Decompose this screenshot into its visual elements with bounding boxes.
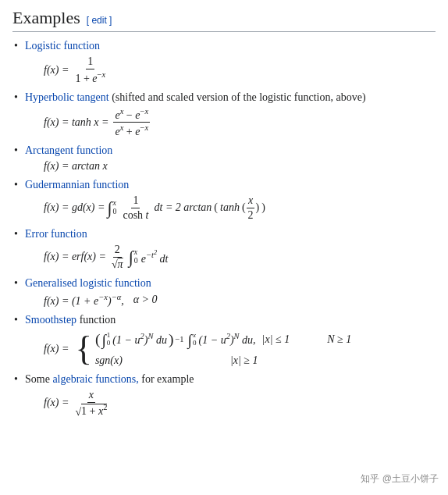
error-link[interactable]: Error function bbox=[25, 228, 87, 240]
func-title: Generalised logistic function bbox=[25, 277, 151, 289]
arctangent-link[interactable]: Arctangent function bbox=[25, 144, 112, 156]
watermark: 知乎 @土豆小饼子 bbox=[361, 472, 439, 486]
gudermannian-formula: f(x) = gd(x) = ∫ x 0 1 cosh t dt = 2 arc… bbox=[44, 194, 436, 222]
logistic-link[interactable]: Logistic function bbox=[25, 40, 100, 52]
smoothstep-link[interactable]: Smoothstep bbox=[25, 314, 76, 326]
page-title: Examples [ edit ] bbox=[12, 8, 436, 32]
func-title: Gudermannian function bbox=[25, 179, 129, 191]
algebraic-formula: f(x) = x √1 + x2 bbox=[44, 389, 436, 418]
gudermannian-link[interactable]: Gudermannian function bbox=[25, 179, 129, 191]
list-item: Logistic function f(x) = 1 1 + e−x bbox=[12, 40, 436, 85]
list-item: Smoothstep function f(x) = { ( ∫ 1 bbox=[12, 314, 436, 367]
list-item: Some algebraic functions, for example f(… bbox=[12, 373, 436, 418]
generalised-link[interactable]: Generalised logistic function bbox=[25, 277, 151, 289]
list-item: Arctangent function f(x) = arctan x bbox=[12, 144, 436, 173]
logistic-formula: f(x) = 1 1 + e−x bbox=[44, 55, 436, 85]
list-item: Gudermannian function f(x) = gd(x) = ∫ x… bbox=[12, 179, 436, 222]
title-text: Examples bbox=[12, 8, 80, 28]
func-title: Arctangent function bbox=[25, 144, 112, 156]
arctangent-formula: f(x) = arctan x bbox=[44, 160, 436, 173]
examples-list: Logistic function f(x) = 1 1 + e−x Hyper… bbox=[12, 40, 436, 418]
func-title: Smoothstep function bbox=[25, 314, 116, 326]
func-title: Some algebraic functions, for example bbox=[25, 373, 194, 385]
hyperbolic-link[interactable]: Hyperbolic tangent bbox=[25, 91, 109, 103]
generalised-formula: f(x) = (1 + e−x)−α, α > 0 bbox=[44, 293, 436, 308]
error-formula: f(x) = erf(x) = 2 √π ∫ x 0 e−t2 dt bbox=[44, 244, 436, 271]
edit-link[interactable]: [ edit ] bbox=[87, 15, 112, 26]
list-item: Generalised logistic function f(x) = (1 … bbox=[12, 277, 436, 308]
list-item: Hyperbolic tangent (shifted and scaled v… bbox=[12, 91, 436, 138]
hyperbolic-formula: f(x) = tanh x = ex − e−x ex + e−x bbox=[44, 107, 436, 138]
func-title: Logistic function bbox=[25, 40, 100, 52]
func-title: Hyperbolic tangent (shifted and scaled v… bbox=[25, 91, 366, 103]
func-title-error: Error function bbox=[25, 228, 87, 240]
list-item-error: Error function f(x) = erf(x) = 2 √π ∫ x … bbox=[12, 228, 436, 271]
smoothstep-formula: f(x) = { ( ∫ 1 0 bbox=[44, 331, 436, 367]
algebraic-link[interactable]: algebraic functions, bbox=[52, 373, 138, 385]
